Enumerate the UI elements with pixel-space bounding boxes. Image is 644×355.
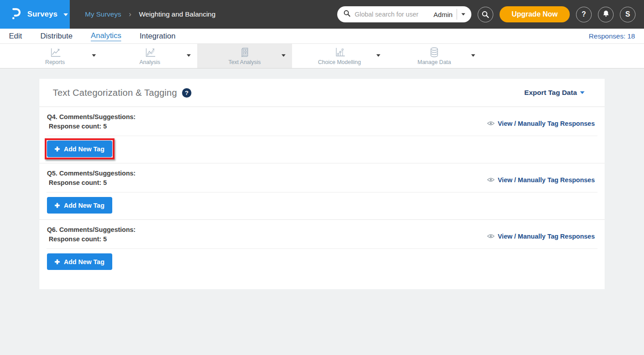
dot-plot-icon xyxy=(333,47,346,58)
toolbar-item-choice-modelling[interactable]: Choice Modelling xyxy=(292,44,387,68)
chevron-down-icon xyxy=(187,54,191,56)
tab-analytics[interactable]: Analytics xyxy=(91,31,121,41)
topbar-actions: Admin Upgrade Now ? S xyxy=(337,0,644,29)
view-manually-tag-label: View / Manually Tag Responses xyxy=(498,120,595,127)
toolbar-label: Reports xyxy=(45,59,65,65)
tab-edit[interactable]: Edit xyxy=(9,31,22,41)
question-title: Q4. Comments/Suggestions: xyxy=(47,112,136,122)
breadcrumb-parent[interactable]: My Surveys xyxy=(85,10,121,18)
view-manually-tag-label: View / Manually Tag Responses xyxy=(498,233,595,240)
product-menu-label: Surveys xyxy=(27,10,58,19)
avatar[interactable]: S xyxy=(620,7,636,22)
response-count: Response count: 5 xyxy=(47,178,136,188)
add-new-tag-button[interactable]: ✚ Add New Tag xyxy=(47,197,112,214)
chevron-down-icon xyxy=(92,54,96,56)
breadcrumb-current: Weighting and Balancing xyxy=(139,10,216,18)
search-icon xyxy=(343,10,351,19)
responses-count: Responses: 18 xyxy=(589,32,635,40)
chevron-down-icon xyxy=(377,54,381,56)
chevron-down-icon xyxy=(282,54,286,56)
divider xyxy=(47,192,597,192)
toolbar-label: Analysis xyxy=(140,59,161,65)
notifications-button[interactable] xyxy=(598,7,614,22)
view-manually-tag-link[interactable]: View / Manually Tag Responses xyxy=(487,233,595,240)
question-section-q5: Q5. Comments/Suggestions: Response count… xyxy=(39,163,605,220)
eye-icon xyxy=(487,176,495,184)
line-chart-icon xyxy=(48,47,62,58)
questionpro-logo-icon xyxy=(10,7,21,22)
multi-line-chart-icon xyxy=(143,47,157,58)
product-menu[interactable]: Surveys xyxy=(0,0,70,29)
bell-icon xyxy=(602,9,610,19)
question-mark-icon: ? xyxy=(582,10,586,18)
chevron-down-icon xyxy=(64,13,68,16)
scope-chevron-down-icon[interactable] xyxy=(462,13,466,15)
chevron-down-icon xyxy=(471,54,475,56)
question-section-q4: Q4. Comments/Suggestions: Response count… xyxy=(39,107,605,163)
text-tagging-card: Text Categorization & Tagging ? Export T… xyxy=(39,79,605,289)
view-manually-tag-label: View / Manually Tag Responses xyxy=(498,176,595,184)
question-info: Q5. Comments/Suggestions: Response count… xyxy=(47,169,136,188)
help-icon[interactable]: ? xyxy=(182,88,191,98)
document-grid-icon xyxy=(239,47,250,58)
plus-icon: ✚ xyxy=(55,258,60,265)
global-search-input[interactable] xyxy=(355,11,429,18)
view-manually-tag-link[interactable]: View / Manually Tag Responses xyxy=(487,120,595,127)
tab-integration[interactable]: Integration xyxy=(140,31,175,41)
search-scope-label[interactable]: Admin xyxy=(433,11,453,18)
global-search: Admin xyxy=(337,6,471,22)
divider xyxy=(47,248,597,249)
top-bar: Surveys My Surveys › Weighting and Balan… xyxy=(0,0,644,29)
toolbar-label: Choice Modelling xyxy=(318,59,361,65)
toolbar-item-text-analysis[interactable]: Text Analysis xyxy=(197,44,292,68)
breadcrumb: My Surveys › Weighting and Balancing xyxy=(85,0,216,29)
plus-icon: ✚ xyxy=(55,145,60,153)
view-manually-tag-link[interactable]: View / Manually Tag Responses xyxy=(487,176,595,184)
response-count: Response count: 5 xyxy=(47,122,136,131)
chevron-down-icon xyxy=(580,91,585,94)
help-button[interactable]: ? xyxy=(576,7,592,22)
add-new-tag-button[interactable]: ✚ Add New Tag xyxy=(47,253,112,270)
divider xyxy=(47,136,597,136)
eye-icon xyxy=(487,120,495,127)
question-title: Q5. Comments/Suggestions: xyxy=(47,169,136,178)
question-title: Q6. Comments/Suggestions: xyxy=(47,225,136,235)
toolbar-item-reports[interactable]: Reports xyxy=(8,44,102,68)
page-title: Text Categorization & Tagging xyxy=(53,87,177,98)
toolbar-item-manage-data[interactable]: Manage Data xyxy=(387,44,482,68)
avatar-initial: S xyxy=(625,10,630,18)
toolbar-label: Text Analysis xyxy=(229,59,261,65)
search-button[interactable] xyxy=(478,7,493,22)
tab-distribute[interactable]: Distribute xyxy=(40,31,72,41)
add-new-tag-label: Add New Tag xyxy=(64,202,105,209)
page-content: Text Categorization & Tagging ? Export T… xyxy=(0,68,644,289)
toolbar-label: Manage Data xyxy=(417,59,451,65)
add-new-tag-label: Add New Tag xyxy=(64,145,105,153)
annotation-highlight-box: ✚ Add New Tag xyxy=(45,138,114,159)
question-info: Q4. Comments/Suggestions: Response count… xyxy=(47,112,136,131)
add-new-tag-button[interactable]: ✚ Add New Tag xyxy=(47,141,112,157)
divider xyxy=(457,9,457,20)
question-info: Q6. Comments/Suggestions: Response count… xyxy=(47,225,136,244)
plus-icon: ✚ xyxy=(55,202,60,209)
breadcrumb-separator-icon: › xyxy=(129,10,131,19)
toolbar-item-analysis[interactable]: Analysis xyxy=(102,44,197,68)
response-count: Response count: 5 xyxy=(47,235,136,244)
card-header: Text Categorization & Tagging ? Export T… xyxy=(39,79,605,107)
export-tag-data-label: Export Tag Data xyxy=(524,89,577,97)
export-tag-data-button[interactable]: Export Tag Data xyxy=(524,89,585,97)
upgrade-now-button[interactable]: Upgrade Now xyxy=(500,6,570,22)
question-section-q6: Q6. Comments/Suggestions: Response count… xyxy=(39,220,605,276)
database-icon xyxy=(428,47,440,58)
analytics-toolbar: Reports Analysis Text Analysis xyxy=(0,43,644,68)
add-new-tag-label: Add New Tag xyxy=(64,258,105,265)
eye-icon xyxy=(487,233,495,240)
survey-nav: Edit Distribute Analytics Integration Re… xyxy=(0,29,644,43)
